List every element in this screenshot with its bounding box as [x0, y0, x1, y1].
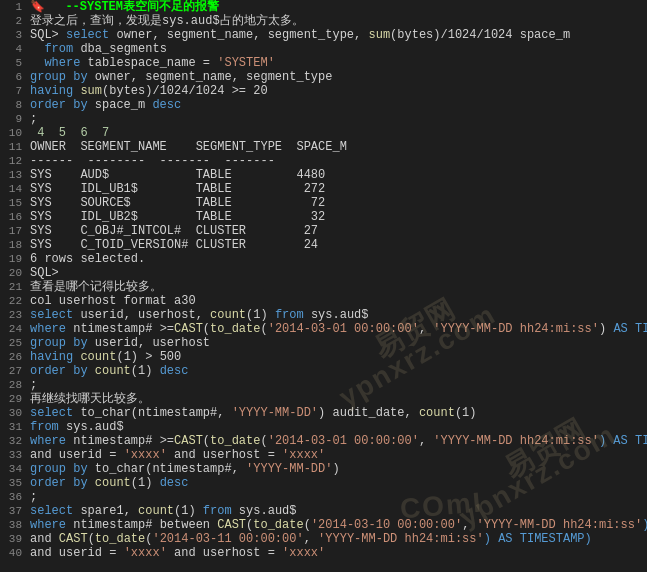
- line-text: order by count(1) desc: [30, 476, 643, 490]
- line-text: ;: [30, 490, 643, 504]
- line-text: SYS AUD$ TABLE 4480: [30, 168, 643, 182]
- line-text: select spare1, count(1) from sys.aud$: [30, 504, 643, 518]
- line-text: ------ -------- ------- -------: [30, 154, 643, 168]
- line-number: 24: [0, 322, 22, 336]
- line-text: from dba_segments: [30, 42, 643, 56]
- line-text: 登录之后，查询，发现是sys.aud$占的地方太多。: [30, 14, 643, 28]
- line-number: 39: [0, 532, 22, 546]
- line-number: 20: [0, 266, 22, 280]
- line-text: select userid, userhost, count(1) from s…: [30, 308, 643, 322]
- code-line: 18SYS C_TOID_VERSION# CLUSTER 24: [0, 238, 647, 252]
- code-line: 23select userid, userhost, count(1) from…: [0, 308, 647, 322]
- line-text: 4 5 6 7: [30, 126, 643, 140]
- code-line: 29再继续找哪天比较多。: [0, 392, 647, 406]
- line-text: SYS IDL_UB2$ TABLE 32: [30, 210, 643, 224]
- line-number: 26: [0, 350, 22, 364]
- bookmark-icon[interactable]: 🔖: [30, 0, 51, 14]
- line-number: 15: [0, 196, 22, 210]
- code-line: 14SYS IDL_UB1$ TABLE 272: [0, 182, 647, 196]
- line-number: 9: [0, 112, 22, 126]
- line-number: 32: [0, 434, 22, 448]
- line-text: order by space_m desc: [30, 98, 643, 112]
- line-text: group by userid, userhost: [30, 336, 643, 350]
- line-number: 21: [0, 280, 22, 294]
- code-line: 10 4 5 6 7: [0, 126, 647, 140]
- line-text: --SYSTEM表空间不足的报警: [51, 0, 643, 14]
- line-number: 23: [0, 308, 22, 322]
- line-number: 12: [0, 154, 22, 168]
- line-text: order by count(1) desc: [30, 364, 643, 378]
- code-line: 20SQL>: [0, 266, 647, 280]
- line-number: 4: [0, 42, 22, 56]
- code-line: 31from sys.aud$: [0, 420, 647, 434]
- line-text: where ntimestamp# >=CAST(to_date('2014-0…: [30, 322, 647, 336]
- code-line: 28;: [0, 378, 647, 392]
- code-line: 6group by owner, segment_name, segment_t…: [0, 70, 647, 84]
- line-number: 35: [0, 476, 22, 490]
- line-number: 36: [0, 490, 22, 504]
- line-number: 11: [0, 140, 22, 154]
- code-line: 16SYS IDL_UB2$ TABLE 32: [0, 210, 647, 224]
- code-line: 4 from dba_segments: [0, 42, 647, 56]
- line-text: where ntimestamp# >=CAST(to_date('2014-0…: [30, 434, 647, 448]
- code-line: 34group by to_char(ntimestamp#, 'YYYY-MM…: [0, 462, 647, 476]
- line-number: 17: [0, 224, 22, 238]
- line-text: where ntimestamp# between CAST(to_date('…: [30, 518, 647, 532]
- code-line: 12------ -------- ------- -------: [0, 154, 647, 168]
- line-number: 16: [0, 210, 22, 224]
- code-line: 38where ntimestamp# between CAST(to_date…: [0, 518, 647, 532]
- line-number: 13: [0, 168, 22, 182]
- code-line: 32where ntimestamp# >=CAST(to_date('2014…: [0, 434, 647, 448]
- line-text: ;: [30, 112, 643, 126]
- code-line: 196 rows selected.: [0, 252, 647, 266]
- code-line: 7having sum(bytes)/1024/1024 >= 20: [0, 84, 647, 98]
- line-text: select to_char(ntimestamp#, 'YYYY-MM-DD'…: [30, 406, 643, 420]
- line-text: 6 rows selected.: [30, 252, 643, 266]
- code-line: 11OWNER SEGMENT_NAME SEGMENT_TYPE SPACE_…: [0, 140, 647, 154]
- line-text: SYS C_TOID_VERSION# CLUSTER 24: [30, 238, 643, 252]
- line-text: having count(1) > 500: [30, 350, 643, 364]
- line-text: OWNER SEGMENT_NAME SEGMENT_TYPE SPACE_M: [30, 140, 643, 154]
- line-number: 27: [0, 364, 22, 378]
- line-text: 再继续找哪天比较多。: [30, 392, 643, 406]
- code-line: 5 where tablespace_name = 'SYSTEM': [0, 56, 647, 70]
- line-number: 5: [0, 56, 22, 70]
- code-line: 27order by count(1) desc: [0, 364, 647, 378]
- line-number: 1: [0, 0, 22, 14]
- line-text: and userid = 'xxxx' and userhost = 'xxxx…: [30, 448, 643, 462]
- line-number: 34: [0, 462, 22, 476]
- line-number: 37: [0, 504, 22, 518]
- line-number: 10: [0, 126, 22, 140]
- line-text: 查看是哪个记得比较多。: [30, 280, 643, 294]
- line-text: SYS C_OBJ#_INTCOL# CLUSTER 27: [30, 224, 643, 238]
- line-text: from sys.aud$: [30, 420, 643, 434]
- code-line: 24where ntimestamp# >=CAST(to_date('2014…: [0, 322, 647, 336]
- code-line: 2登录之后，查询，发现是sys.aud$占的地方太多。: [0, 14, 647, 28]
- line-text: SYS IDL_UB1$ TABLE 272: [30, 182, 643, 196]
- code-line: 3SQL> select owner, segment_name, segmen…: [0, 28, 647, 42]
- code-line: 22col userhost format a30: [0, 294, 647, 308]
- line-text: where tablespace_name = 'SYSTEM': [30, 56, 643, 70]
- line-number: 7: [0, 84, 22, 98]
- line-text: and userid = 'xxxx' and userhost = 'xxxx…: [30, 546, 643, 560]
- line-text: ;: [30, 378, 643, 392]
- line-number: 40: [0, 546, 22, 560]
- code-line: 21查看是哪个记得比较多。: [0, 280, 647, 294]
- code-line: 1🔖 --SYSTEM表空间不足的报警: [0, 0, 647, 14]
- line-number: 18: [0, 238, 22, 252]
- line-number: 38: [0, 518, 22, 532]
- line-number: 14: [0, 182, 22, 196]
- code-line: 25group by userid, userhost: [0, 336, 647, 350]
- line-number: 28: [0, 378, 22, 392]
- code-line: 39and CAST(to_date('2014-03-11 00:00:00'…: [0, 532, 647, 546]
- code-line: 17SYS C_OBJ#_INTCOL# CLUSTER 27: [0, 224, 647, 238]
- code-line: 35order by count(1) desc: [0, 476, 647, 490]
- code-line: 40and userid = 'xxxx' and userhost = 'xx…: [0, 546, 647, 560]
- code-line: 36;: [0, 490, 647, 504]
- line-number: 6: [0, 70, 22, 84]
- line-number: 29: [0, 392, 22, 406]
- line-text: SQL>: [30, 266, 643, 280]
- code-line: 9;: [0, 112, 647, 126]
- code-line: 33and userid = 'xxxx' and userhost = 'xx…: [0, 448, 647, 462]
- line-number: 25: [0, 336, 22, 350]
